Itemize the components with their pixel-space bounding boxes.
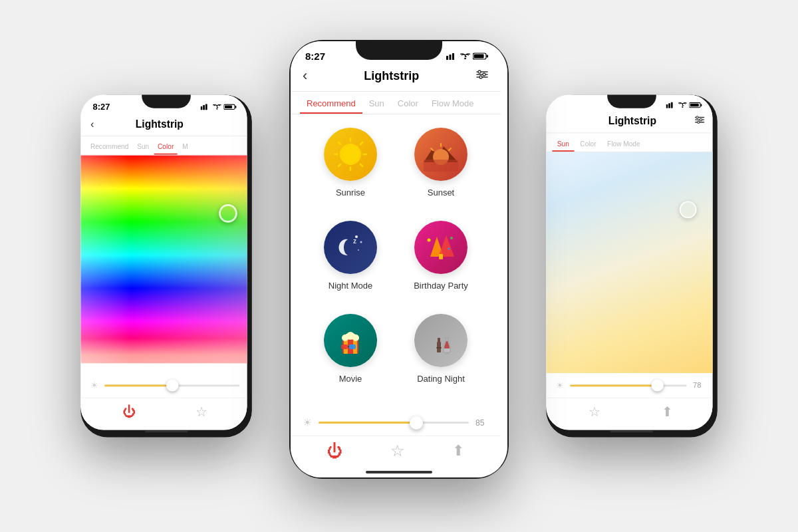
back-button-center[interactable]: ‹ [303, 67, 307, 84]
mode-birthday[interactable]: Birthday Party [401, 221, 481, 303]
bottom-nav-left: ⏻ ☆ [80, 398, 247, 430]
sunset-icon [414, 128, 467, 181]
tab-m-left[interactable]: M [179, 140, 192, 154]
mode-grid: Sunrise [291, 114, 501, 410]
tab-flowmode-center[interactable]: Flow Mode [425, 94, 481, 114]
svg-rect-5 [235, 106, 237, 108]
header-right: Lightstrip [546, 110, 712, 133]
center-phone: 8:27 ‹ Lightstrip [289, 40, 509, 479]
tab-color-center[interactable]: Color [391, 94, 425, 114]
svg-rect-21 [450, 55, 452, 60]
birthday-icon [414, 221, 467, 274]
fav-btn-right[interactable]: ☆ [589, 404, 600, 420]
svg-rect-22 [452, 53, 454, 60]
dating-label: Dating Night [417, 374, 465, 384]
power-btn-center[interactable]: ⏻ [327, 442, 343, 460]
tab-recommend-left[interactable]: Recommend [86, 140, 132, 154]
fav-btn-center[interactable]: ☆ [390, 442, 405, 460]
svg-point-49 [360, 241, 362, 243]
brightness-center: ☀ 85 [291, 410, 501, 436]
header-center: ‹ Lightstrip [291, 65, 501, 92]
color-picker-left[interactable] [219, 204, 237, 223]
svg-point-17 [696, 116, 698, 118]
svg-rect-2 [205, 104, 207, 110]
brightness-icon-center: ☀ [303, 416, 312, 429]
sunset-label: Sunset [428, 188, 454, 198]
right-phone: Lightstrip Sun Color Flow Mode [546, 94, 718, 437]
sunrise-label: Sunrise [336, 188, 365, 198]
svg-point-30 [478, 70, 481, 73]
svg-point-23 [464, 58, 466, 60]
slider-left[interactable] [104, 384, 239, 386]
svg-point-65 [350, 334, 356, 340]
slider-center[interactable] [319, 422, 469, 424]
svg-point-18 [700, 118, 702, 120]
svg-point-10 [682, 106, 683, 108]
svg-line-41 [360, 142, 362, 144]
bottom-nav-right: ☆ ⬆ [546, 398, 712, 430]
status-icons-left [201, 104, 237, 110]
svg-line-46 [431, 148, 433, 150]
slider-right[interactable] [570, 384, 687, 386]
title-right: Lightstrip [571, 115, 694, 127]
tab-color-right[interactable]: Color [575, 137, 601, 152]
mode-sunset[interactable]: Sunset [401, 128, 481, 210]
mode-night[interactable]: z Night Mode [311, 221, 390, 303]
tab-flowmode-right[interactable]: Flow Mode [602, 137, 645, 152]
upload-btn-center[interactable]: ⬆ [452, 442, 464, 460]
svg-point-19 [698, 121, 700, 123]
sun-picker-right[interactable] [680, 201, 697, 218]
tab-sun-right[interactable]: Sun [552, 137, 574, 152]
svg-line-39 [338, 142, 340, 144]
svg-point-56 [448, 248, 450, 250]
svg-line-42 [338, 164, 340, 166]
brightness-value-right: 78 [693, 381, 705, 390]
tab-sun-left[interactable]: Sun [134, 140, 153, 154]
svg-rect-70 [438, 338, 440, 343]
svg-point-55 [450, 237, 453, 239]
night-icon: z [324, 221, 377, 274]
color-content-left [80, 155, 247, 373]
title-center: Lightstrip [307, 69, 475, 83]
tab-recommend-center[interactable]: Recommend [300, 94, 362, 114]
svg-point-34 [342, 146, 358, 162]
home-indicator-center [366, 471, 432, 473]
svg-rect-67 [349, 344, 356, 349]
night-label: Night Mode [329, 281, 372, 291]
upload-btn-right[interactable]: ⬆ [662, 404, 673, 420]
svg-rect-66 [341, 344, 348, 349]
svg-point-54 [428, 239, 431, 242]
svg-line-47 [449, 148, 451, 150]
svg-point-64 [345, 334, 351, 340]
svg-point-32 [479, 76, 482, 78]
brightness-left: ☀ [80, 373, 247, 398]
svg-rect-8 [668, 103, 670, 108]
svg-point-3 [216, 108, 217, 109]
status-icons-right [666, 102, 703, 108]
mode-movie[interactable]: Movie [311, 314, 390, 396]
mode-sunrise[interactable]: Sunrise [311, 128, 390, 210]
tab-color-left[interactable]: Color [154, 140, 178, 154]
svg-rect-7 [666, 104, 668, 108]
sunrise-icon [324, 128, 377, 181]
svg-rect-44 [424, 160, 458, 172]
tabs-left: Recommend Sun Color M [80, 136, 247, 156]
svg-rect-57 [439, 254, 443, 259]
movie-icon [324, 314, 377, 367]
svg-point-31 [483, 73, 485, 76]
svg-rect-9 [671, 102, 673, 108]
svg-rect-20 [446, 56, 448, 60]
brightness-right: ☀ 78 [546, 373, 712, 398]
svg-rect-0 [201, 106, 203, 110]
settings-icon-center[interactable] [475, 68, 489, 84]
power-btn-left[interactable]: ⏻ [122, 404, 136, 420]
sun-content-right [546, 152, 712, 373]
settings-icon-right[interactable] [694, 114, 706, 128]
brightness-icon-right: ☀ [556, 380, 564, 390]
fav-btn-left[interactable]: ☆ [196, 404, 207, 420]
status-time-left: 8:27 [93, 102, 110, 112]
tab-sun-center[interactable]: Sun [362, 94, 391, 114]
svg-rect-26 [474, 55, 484, 59]
mode-dating[interactable]: Dating Night [401, 314, 481, 396]
svg-line-40 [360, 164, 362, 166]
